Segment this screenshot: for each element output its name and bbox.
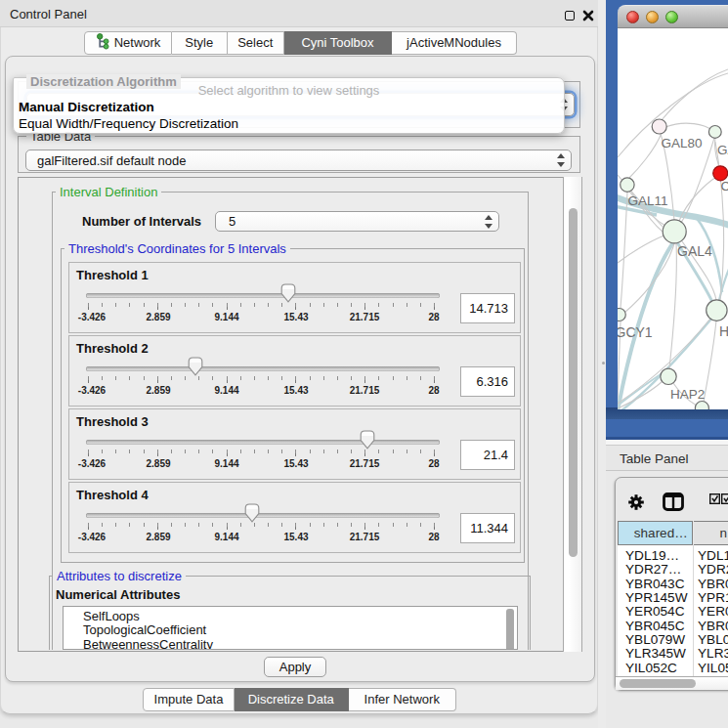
svg-text:GA: GA (717, 143, 728, 157)
svg-text:GCY1: GCY1 (618, 324, 653, 340)
svg-text:GAL4: GAL4 (677, 243, 712, 259)
svg-text:GAL80: GAL80 (662, 136, 703, 150)
svg-text:GAL11: GAL11 (628, 193, 668, 208)
svg-text:HAP2: HAP2 (670, 387, 705, 402)
svg-text:C: C (721, 179, 728, 193)
svg-text:H: H (719, 323, 728, 339)
